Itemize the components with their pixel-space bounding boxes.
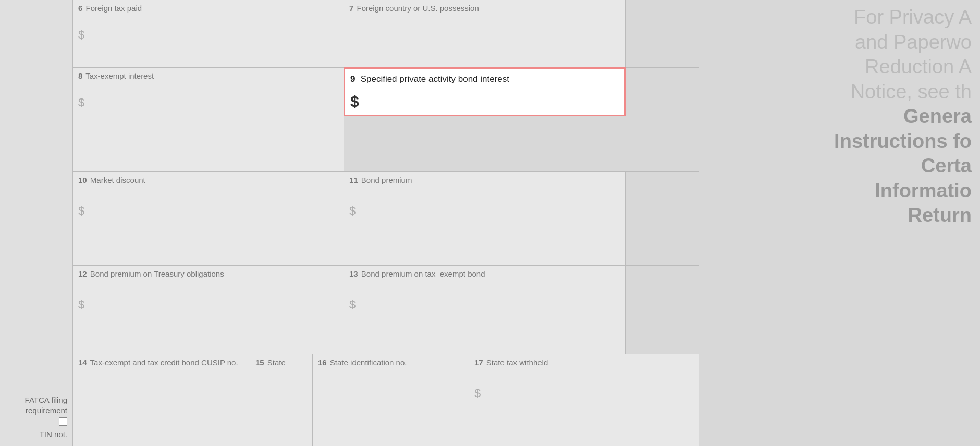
field-9-text: Specified private activity bond interest [361,74,509,84]
field-14-cell: 14 Tax-exempt and tax credit bond CUSIP … [73,354,250,446]
instructions-line3: Reduction A [707,55,972,80]
field-6-cell: 6 Foreign tax paid $ [73,0,344,67]
row-10-11: 10 Market discount $ 11 Bond premium $ [73,172,699,266]
field-15-number: 15 [255,358,264,367]
field-6-dollar: $ [78,28,338,42]
field-17-label: 17 State tax withheld [474,357,693,368]
field-7-label: 7 Foreign country or U.S. possession [349,3,620,14]
field-13-dollar: $ [349,298,620,312]
field-12-dollar: $ [78,298,338,312]
field-9-outer: 9 Specified private activity bond intere… [344,68,626,171]
field-8-text: Tax-exempt interest [85,71,154,80]
field-9-label: 9 Specified private activity bond intere… [350,73,619,85]
field-6-text: Foreign tax paid [86,4,142,13]
field-11-text: Bond premium [361,176,412,184]
field-7-cell: 7 Foreign country or U.S. possession [344,0,626,67]
field-10-number: 10 [78,176,87,184]
instructions-line1: For Privacy A [707,5,972,30]
field-6-number: 6 [78,4,82,13]
field-10-dollar: $ [78,204,338,218]
row-12-13: 12 Bond premium on Treasury obligations … [73,266,699,354]
instructions-line2: and Paperwo [707,30,972,55]
field-12-cell: 12 Bond premium on Treasury obligations … [73,266,344,354]
field-14-text: Tax-exempt and tax credit bond CUSIP no. [90,358,238,367]
field-11-label: 11 Bond premium [349,175,620,185]
row-6-7: 6 Foreign tax paid $ 7 Foreign country o… [73,0,699,68]
field-12-text: Bond premium on Treasury obligations [90,269,224,278]
field-7-text: Foreign country or U.S. possession [357,4,479,13]
field-15-cell: 15 State [250,354,313,446]
field-17-number: 17 [474,358,483,367]
instructions-line4: Notice, see th [707,80,972,105]
field-13-cell: 13 Bond premium on tax–exempt bond $ [344,266,626,354]
field-16-cell: 16 State identification no. [313,354,469,446]
field-12-label: 12 Bond premium on Treasury obligations [78,269,338,279]
instructions-panel: For Privacy A and Paperwo Reduction A No… [699,0,980,446]
field-11-number: 11 [349,176,358,184]
field-15-text: State [267,358,286,367]
instructions-line8: Informatio [707,179,972,204]
instructions-line9: Return [707,203,972,228]
form-layout: 6 Foreign tax paid $ 7 Foreign country o… [73,0,699,446]
field-11-cell: 11 Bond premium $ [344,172,626,265]
fatca-checkbox-area [2,417,70,430]
field-17-cell: 17 State tax withheld $ [469,354,699,446]
field-10-cell: 10 Market discount $ [73,172,344,265]
row-8-9: 8 Tax-exempt interest $ 9 Specified priv… [73,68,699,172]
field-11-dollar: $ [349,204,620,218]
field-13-text: Bond premium on tax–exempt bond [361,269,485,278]
field-7-number: 7 [349,4,353,13]
instructions-line7: Certa [707,154,972,179]
field-14-number: 14 [78,358,87,367]
field-16-label: 16 State identification no. [318,357,463,368]
field-6-label: 6 Foreign tax paid [78,3,338,14]
instructions-text: For Privacy A and Paperwo Reduction A No… [707,5,972,228]
field-10-label: 10 Market discount [78,175,338,185]
field-16-text: State identification no. [330,358,407,367]
left-partial: FATCA filing requirement TIN not. [0,0,73,446]
field-16-number: 16 [318,358,327,367]
page-wrapper: FATCA filing requirement TIN not. 6 Fore… [0,0,980,446]
row-14-17: 14 Tax-exempt and tax credit bond CUSIP … [73,354,699,446]
field-14-label: 14 Tax-exempt and tax credit bond CUSIP … [78,357,244,368]
field-10-text: Market discount [90,176,145,184]
instructions-line6: Instructions fo [707,129,972,154]
fatca-label: FATCA filing requirement [2,395,70,417]
field-13-label: 13 Bond premium on tax–exempt bond [349,269,620,279]
field-8-cell: 8 Tax-exempt interest $ [73,68,344,171]
field-9-number: 9 [350,74,355,84]
field-8-label: 8 Tax-exempt interest [78,71,338,81]
field-17-text: State tax withheld [486,358,548,367]
tin-label: TIN not. [2,430,70,441]
field-8-number: 8 [78,71,82,80]
fatca-checkbox[interactable] [59,417,67,426]
field-8-dollar: $ [78,96,338,109]
field-17-dollar: $ [474,387,693,400]
field-15-label: 15 State [255,357,307,368]
instructions-line5: Genera [707,104,972,129]
field-9-cell[interactable]: 9 Specified private activity bond intere… [344,68,626,116]
field-9-dollar: $ [350,93,619,110]
field-12-number: 12 [78,269,87,278]
field-13-number: 13 [349,269,358,278]
